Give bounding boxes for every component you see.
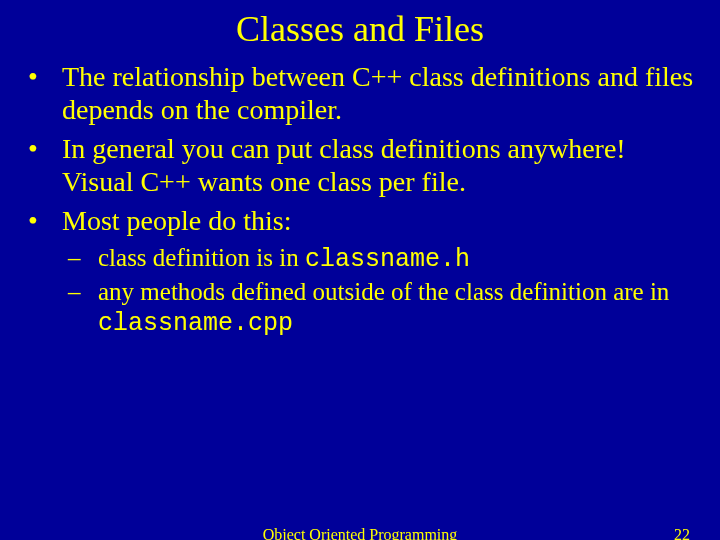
page-number: 22	[674, 526, 690, 540]
sub-text: class definition is in	[98, 244, 305, 271]
slide-title: Classes and Files	[20, 8, 700, 50]
sub-bullet-list: class definition is in classname.h any m…	[20, 243, 700, 339]
bullet-item: The relationship between C++ class defin…	[28, 60, 700, 126]
footer-title: Object Oriented Programming	[0, 526, 720, 540]
code-text: classname.cpp	[98, 309, 293, 338]
slide: Classes and Files The relationship betwe…	[0, 0, 720, 540]
sub-text: any methods defined outside of the class…	[98, 278, 669, 305]
bullet-list: The relationship between C++ class defin…	[20, 60, 700, 237]
bullet-item: Most people do this:	[28, 204, 700, 237]
bullet-item: In general you can put class definitions…	[28, 132, 700, 198]
code-text: classname.h	[305, 245, 470, 274]
sub-bullet-item: class definition is in classname.h	[68, 243, 700, 275]
sub-bullet-item: any methods defined outside of the class…	[68, 277, 700, 339]
